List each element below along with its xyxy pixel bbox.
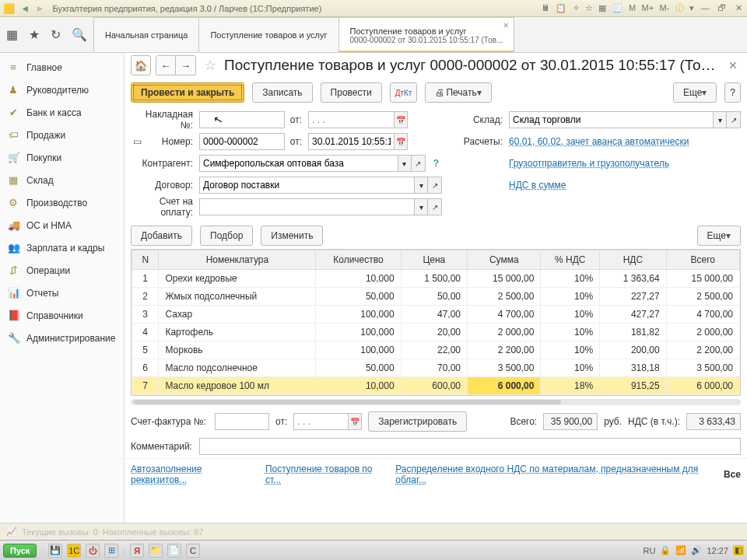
nav-fwd-icon[interactable]: ► [36,3,45,14]
tool-icon[interactable]: 📋 [556,3,566,12]
taskbar-icon[interactable]: ⊞ [104,544,118,558]
table-cell[interactable]: 10,000 [316,270,401,288]
podbor-button[interactable]: Подбор [200,226,253,246]
table-cell[interactable]: 15 000,00 [666,270,739,288]
table-cell[interactable]: 3 500,00 [468,359,541,377]
nds-mode-link[interactable]: НДС в сумме [509,180,566,191]
history-icon[interactable]: ↻ [51,27,61,42]
sidebar-item-assets[interactable]: 🚚ОС и НМА [0,214,124,236]
dropdown-icon[interactable]: ▾ [414,177,428,194]
tool-m-minus[interactable]: М- [659,3,669,12]
calendar-icon[interactable]: 📅 [348,413,362,430]
table-cell[interactable]: 100,000 [316,341,401,359]
calendar-icon[interactable]: 📅 [394,111,408,128]
dt-kt-button[interactable]: ДтКт [390,82,418,103]
table-cell[interactable]: 227,27 [600,288,666,306]
tray-clock[interactable]: 12:27 [707,546,728,555]
table-cell[interactable]: 427,27 [600,306,666,324]
izmenit-button[interactable]: Изменить [261,226,323,246]
col-header[interactable]: Номенклатура [159,250,316,270]
nakladnaya-number-input[interactable] [199,111,285,128]
kontragent-input[interactable] [199,155,398,172]
nav-forward-button[interactable]: → [176,55,196,75]
tool-icon[interactable]: 🧾 [612,3,623,12]
table-cell[interactable]: 600,00 [401,377,467,395]
start-button[interactable]: Пуск [3,544,37,558]
maximize-button[interactable]: 🗗 [717,3,728,12]
table-cell[interactable]: 2 200,00 [666,341,739,359]
table-cell[interactable]: 3 500,00 [666,359,739,377]
nav-back-button[interactable]: ← [156,55,176,75]
col-header[interactable]: НДС [600,250,666,270]
table-cell[interactable]: 1 363,64 [600,270,666,288]
menu-caret[interactable]: ▾ [689,3,694,12]
table-cell[interactable]: 6 [132,359,159,377]
table-cell[interactable]: 2 500,00 [666,288,739,306]
table-cell[interactable]: 3 [132,306,159,324]
minimize-button[interactable]: — [700,3,710,12]
table-cell[interactable]: 10% [541,288,600,306]
col-header[interactable]: Количество [316,250,401,270]
tool-icon[interactable]: 🖩 [542,3,550,12]
table-cell[interactable]: 4 [132,324,159,341]
sidebar-item-production[interactable]: ⚙Производство [0,191,124,214]
table-cell[interactable]: Орехи кедровые [159,270,316,288]
home-button[interactable]: 🏠 [131,55,151,75]
table-cell[interactable]: 100,000 [316,324,401,341]
table-cell[interactable]: Масло подсолнечное [159,359,316,377]
table-row[interactable]: 5Морковь100,00022,002 200,0010%200,002 2… [132,341,740,359]
table-cell[interactable]: 5 [132,341,159,359]
taskbar-icon[interactable]: ⏻ [86,544,100,558]
sidebar-item-admin[interactable]: 🔧Администрирование [0,327,124,349]
taskbar-app[interactable]: 📁 [149,544,163,558]
open-ref-icon[interactable]: ↗ [412,155,426,172]
col-header[interactable]: Всего [666,250,739,270]
table-cell[interactable]: 318,18 [600,359,666,377]
tab-goods-receipt-doc[interactable]: ✕ Поступление товаров и услуг 0000-00000… [338,17,515,52]
table-cell[interactable]: 2 200,00 [468,341,541,359]
sidebar-item-warehouse[interactable]: ▦Склад [0,169,124,191]
open-ref-icon[interactable]: ↗ [428,198,442,215]
close-doc-button[interactable]: ✕ [725,59,741,72]
col-header[interactable]: N [132,250,159,270]
table-cell[interactable]: 10% [541,270,600,288]
table-row[interactable]: 3Сахар100,00047,004 700,0010%427,274 700… [132,306,740,324]
tray-icon[interactable]: 📶 [675,545,686,555]
sidebar-item-catalogs[interactable]: 📕Справочники [0,304,124,327]
table-cell[interactable]: 2 000,00 [666,324,739,341]
table-cell[interactable]: 2 [132,288,159,306]
tray-icon[interactable]: ◧ [733,545,744,555]
raschety-link[interactable]: 60.01, 60.02, зачет аванса автоматически [509,136,689,147]
table-cell[interactable]: 47,00 [401,306,467,324]
autofill-link[interactable]: Автозаполнение реквизитов... [131,464,253,485]
favorite-toggle[interactable]: ☆ [201,57,219,74]
sidebar-item-sales[interactable]: 🏷Продажи [0,124,124,146]
table-more-button[interactable]: Еще [697,226,741,246]
nav-back-icon[interactable]: ◄ [20,3,30,14]
sidebar-item-main[interactable]: ≡Главное [0,56,124,79]
print-button[interactable]: 🖨Печать [425,82,491,103]
postup-link[interactable]: Поступление товаров по ст... [265,464,383,485]
schet-oplatu-input[interactable] [199,198,414,215]
table-cell[interactable]: Масло кедровое 100 мл [159,377,316,395]
table-cell[interactable]: 70,00 [401,359,467,377]
table-cell[interactable]: 1 500,00 [401,270,467,288]
comment-input[interactable] [199,438,741,455]
table-cell[interactable]: 15 000,00 [468,270,541,288]
search-icon[interactable]: 🔍 [72,27,87,42]
favorite-star-icon[interactable]: ★ [29,27,40,42]
tool-m-plus[interactable]: М+ [642,3,654,12]
sidebar-item-reports[interactable]: 📊Отчеты [0,282,124,304]
table-cell[interactable]: 100,000 [316,306,401,324]
tool-icon[interactable]: ☆ [585,3,593,12]
taskbar-app[interactable]: 📄 [167,544,181,558]
table-row[interactable]: 7Масло кедровое 100 мл10,000600,006 000,… [132,377,740,395]
tray-icon[interactable]: 🔒 [660,545,671,555]
more-button[interactable]: Еще [673,82,717,103]
schet-faktura-date-input[interactable] [293,413,348,430]
taskbar-app[interactable]: Я [130,544,144,558]
taskbar-icon[interactable]: 💾 [48,544,62,558]
nakladnaya-date-input[interactable] [308,111,394,128]
dogovor-input[interactable] [199,177,414,194]
help-icon[interactable]: ⓘ [675,3,684,12]
